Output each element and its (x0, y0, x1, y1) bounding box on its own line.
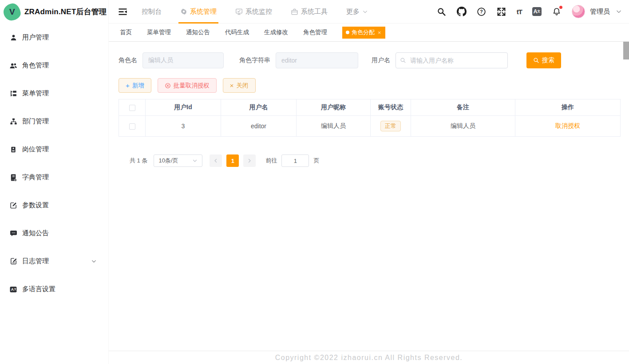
tab-home[interactable]: 首页 (120, 28, 132, 36)
role-name-input[interactable] (142, 52, 224, 68)
help-icon[interactable]: ? (477, 7, 487, 16)
topnav-label: 系统工具 (301, 8, 328, 16)
next-page-button[interactable] (243, 154, 256, 167)
page-unit-label: 页 (313, 157, 319, 165)
prev-page-button[interactable] (210, 154, 222, 167)
col-nick-name: 用户昵称 (297, 99, 371, 116)
main-area: 控制台 系统管理 系统监控 (109, 0, 629, 364)
page-content: 角色名 角色字符串 用户名 搜索 + (109, 42, 629, 351)
briefcase-icon (291, 8, 298, 16)
sidebar-item-label: 字典管理 (22, 173, 49, 182)
add-button[interactable]: + 新增 (119, 78, 151, 93)
sidebar-item-depts[interactable]: 部门管理 (0, 107, 108, 135)
fullscreen-icon[interactable] (497, 7, 506, 16)
copyright-text: Copyright ©2022 izhaorui.cn All Rights R… (275, 354, 463, 362)
dictionary-icon (9, 174, 17, 182)
user-name-input[interactable] (396, 52, 508, 68)
sidebar-item-i18n[interactable]: A 多语言设置 (0, 275, 108, 303)
col-user-id: 用户Id (146, 99, 221, 116)
close-icon[interactable]: × (378, 29, 381, 36)
notification-bell-icon[interactable] (552, 7, 562, 16)
topnav-item-more[interactable]: 更多 (346, 0, 368, 24)
row-select-cell (119, 116, 146, 137)
tab-role-management[interactable]: 角色管理 (303, 28, 327, 36)
scrollbar-thumb[interactable] (623, 42, 629, 59)
cancel-auth-link[interactable]: 取消授权 (555, 122, 580, 129)
edit-icon (9, 202, 17, 210)
table-header-row: 用户Id 用户名 用户昵称 账号状态 备注 操作 (119, 99, 621, 116)
sidebar-item-logs[interactable]: 日志管理 (0, 247, 108, 275)
chevron-down-icon (91, 258, 97, 264)
cell-status: 正常 (371, 116, 411, 137)
close-icon: × (230, 82, 234, 89)
svg-text:?: ? (480, 9, 483, 14)
chevron-down-icon[interactable] (616, 8, 622, 15)
sidebar-collapse-icon[interactable] (118, 7, 127, 16)
tab-notices[interactable]: 通知公告 (186, 28, 210, 36)
active-tab-dot (346, 31, 349, 34)
monitor-icon (235, 8, 243, 16)
topnav-item-system-monitor[interactable]: 系统监控 (235, 0, 272, 24)
page-size-select[interactable]: 10条/页 (154, 154, 202, 167)
user-icon (9, 34, 17, 42)
tab-generation-edit[interactable]: 生成修改 (264, 28, 288, 36)
tab-menu-management[interactable]: 菜单管理 (147, 28, 171, 36)
role-name-label: 角色名 (119, 56, 137, 64)
top-bar: 控制台 系统管理 系统监控 (109, 0, 629, 24)
page-number-active[interactable]: 1 (226, 154, 239, 167)
search-icon[interactable] (437, 7, 447, 16)
role-key-label: 角色字符串 (239, 56, 270, 64)
close-button[interactable]: × 关闭 (223, 78, 256, 93)
goto-label: 前往 (265, 157, 277, 165)
close-button-label: 关闭 (237, 82, 249, 90)
row-checkbox[interactable] (129, 123, 135, 130)
topnav-item-system-management[interactable]: 系统管理 (180, 0, 217, 24)
app-title: ZRAdmin.NET后台管理 (24, 7, 107, 17)
status-badge: 正常 (380, 121, 401, 131)
total-count: 共 1 条 (130, 157, 147, 165)
toolbar: + 新增 批量取消授权 × 关闭 (119, 78, 620, 93)
language-switch-icon[interactable]: A文 (532, 7, 542, 16)
batch-cancel-auth-button[interactable]: 批量取消授权 (158, 78, 217, 93)
user-avatar[interactable] (572, 5, 585, 18)
sidebar-item-notices[interactable]: 通知公告 (0, 219, 108, 247)
cell-user-name: editor (221, 116, 297, 137)
tab-role-assignment-active[interactable]: 角色分配 × (342, 27, 385, 39)
user-name[interactable]: 管理员 (590, 8, 610, 16)
badge-icon (9, 146, 17, 154)
sidebar-item-posts[interactable]: 岗位管理 (0, 135, 108, 163)
github-icon[interactable] (457, 7, 467, 16)
sidebar-item-menus[interactable]: 菜单管理 (0, 79, 108, 107)
role-key-input[interactable] (276, 52, 358, 68)
goto-page-input[interactable] (281, 154, 309, 167)
font-size-icon[interactable]: tT (517, 8, 522, 16)
search-button[interactable]: 搜索 (526, 52, 561, 68)
topnav-label: 更多 (346, 8, 360, 16)
sidebar-item-params[interactable]: 参数设置 (0, 191, 108, 219)
topnav-label: 控制台 (142, 8, 162, 16)
pagination: 共 1 条 10条/页 1 前往 页 (130, 154, 620, 167)
topnav-label: 系统管理 (190, 8, 217, 16)
topnav-item-system-tools[interactable]: 系统工具 (291, 0, 328, 24)
logo-row[interactable]: V ZRAdmin.NET后台管理 (0, 0, 108, 24)
sidebar-item-roles[interactable]: 角色管理 (0, 51, 108, 79)
chevron-down-icon (362, 9, 368, 15)
cell-actions: 取消授权 (515, 116, 621, 137)
tags-view-bar: 首页 菜单管理 通知公告 代码生成 生成修改 角色管理 角色分配 × (109, 24, 629, 42)
topnav-label: 系统监控 (245, 8, 272, 16)
sidebar-item-users[interactable]: 用户管理 (0, 24, 108, 51)
sidebar-item-label: 参数设置 (22, 201, 49, 210)
sidebar-item-label: 日志管理 (22, 257, 49, 265)
gear-icon (180, 8, 187, 15)
sidebar-item-label: 多语言设置 (22, 285, 55, 293)
sidebar-menu: 用户管理 角色管理 菜单管理 部门管理 (0, 24, 108, 303)
notification-badge (559, 6, 562, 9)
log-document-icon (9, 257, 17, 265)
select-all-cell (119, 99, 146, 116)
select-all-checkbox[interactable] (129, 105, 135, 111)
tab-code-generation[interactable]: 代码生成 (225, 28, 249, 36)
user-table: 用户Id 用户名 用户昵称 账号状态 备注 操作 3 editor 编辑人员 (119, 99, 621, 137)
sidebar-item-dicts[interactable]: 字典管理 (0, 163, 108, 191)
plus-icon: + (126, 82, 130, 89)
topnav-item-console[interactable]: 控制台 (142, 0, 162, 24)
